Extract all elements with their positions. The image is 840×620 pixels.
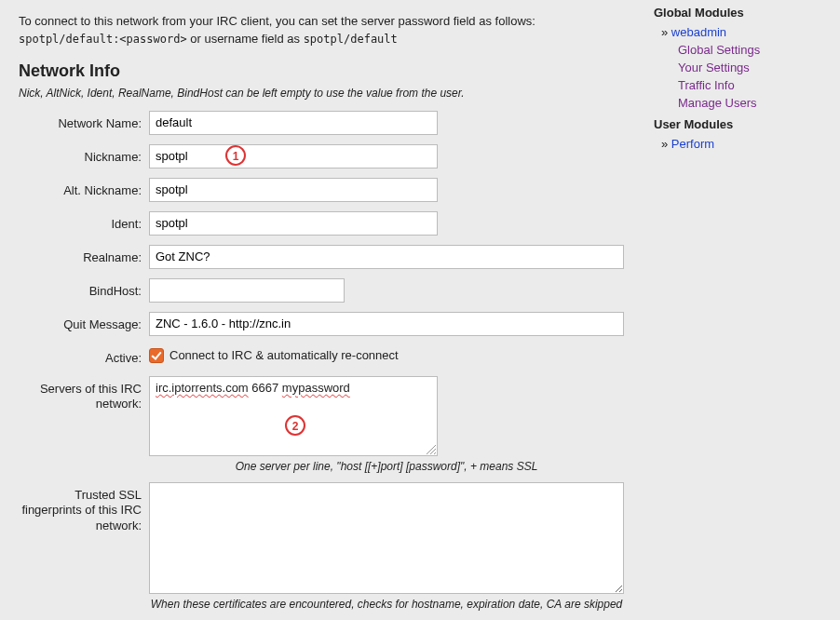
label-alt-nickname: Alt. Nickname: [19,178,149,199]
trusted-note: When these certificates are encountered,… [149,598,624,611]
perform-link[interactable]: Perform [671,137,714,151]
intro-code1: spotpl/default:<password> [19,33,187,46]
sidebar: Global Modules webadmin Global Settings … [643,0,829,158]
ident-input[interactable] [149,211,438,236]
bindhost-input[interactable] [149,278,345,303]
label-quit-message: Quit Message: [19,312,149,333]
global-settings-link[interactable]: Global Settings [678,43,760,57]
your-settings-link[interactable]: Your Settings [678,61,750,74]
sidebar-item-traffic-info[interactable]: Traffic Info [654,76,829,94]
sidebar-item-manage-users[interactable]: Manage Users [654,94,829,112]
traffic-info-link[interactable]: Traffic Info [678,78,735,92]
servers-host: irc.iptorrents.com [156,381,249,395]
label-ident: Ident: [19,211,149,233]
label-trusted: Trusted SSL fingerprints of this IRC net… [19,482,149,535]
nickname-input[interactable] [149,144,438,168]
sidebar-group-global: Global Modules [654,6,829,20]
servers-textarea[interactable]: irc.iptorrents.com 6667 mypassword [149,376,438,456]
quit-message-input[interactable] [149,312,624,336]
sidebar-item-your-settings[interactable]: Your Settings [654,59,829,76]
intro-part2: or username field as [187,32,304,46]
label-active: Active: [19,345,149,367]
intro-text: To connect to this network from your IRC… [19,13,624,48]
servers-note: One server per line, "host [[+]port] [pa… [149,460,624,473]
alt-nickname-input[interactable] [149,178,438,202]
sidebar-item-global-settings[interactable]: Global Settings [654,41,829,59]
manage-users-link[interactable]: Manage Users [678,96,757,110]
section-subnote: Nick, AltNick, Ident, RealName, BindHost… [19,87,624,100]
label-bindhost: BindHost: [19,278,149,300]
active-checkbox-label: Connect to IRC & automatically re-connec… [169,348,399,362]
label-servers: Servers of this IRC network: [19,376,149,413]
sidebar-item-perform[interactable]: Perform [654,135,829,153]
intro-part1: To connect to this network from your IRC… [19,14,535,28]
intro-code2: spotpl/default [304,33,398,46]
servers-port: 6667 [249,381,282,395]
realname-input[interactable] [149,245,624,269]
label-network-name: Network Name: [19,111,149,132]
sidebar-group-user: User Modules [654,117,829,131]
sidebar-item-webadmin[interactable]: webadmin [654,23,829,41]
main-content: To connect to this network from your IRC… [0,0,643,620]
network-name-input[interactable] [149,111,438,135]
label-nickname: Nickname: [19,144,149,166]
checkbox-checked-icon[interactable] [149,348,164,363]
active-checkbox-wrap[interactable]: Connect to IRC & automatically re-connec… [149,345,624,363]
webadmin-link[interactable]: webadmin [671,25,726,39]
trusted-fingerprints-textarea[interactable] [149,482,624,594]
label-realname: Realname: [19,245,149,266]
servers-pass: mypassword [282,381,350,395]
section-heading: Network Info [19,61,624,81]
resize-grip-icon [427,445,436,454]
